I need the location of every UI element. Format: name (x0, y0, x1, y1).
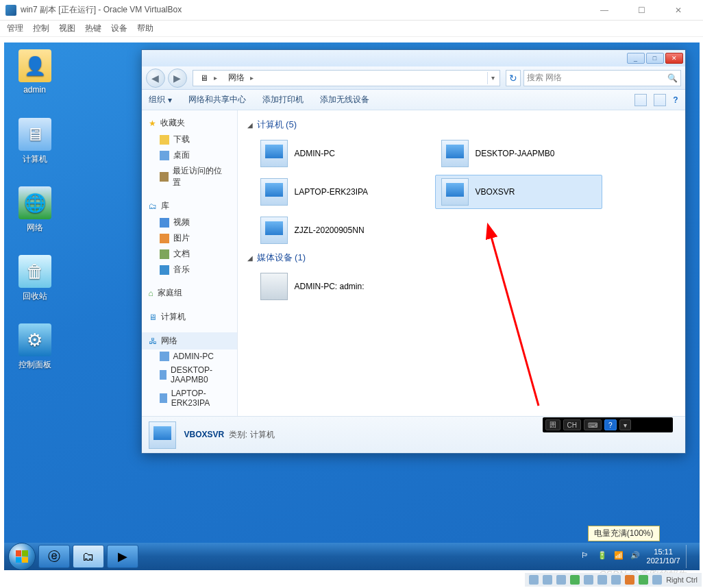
tray-battery-icon[interactable]: 🔋 (597, 551, 608, 562)
sidebar-desktop[interactable]: 桌面 (142, 147, 237, 163)
vbox-menubar: 管理 控制 视图 热键 设备 帮助 (0, 21, 703, 37)
breadcrumb-root-icon[interactable]: 🖥▸ (196, 73, 224, 83)
desktop-icon-recycle[interactable]: 🗑 回收站 (10, 255, 60, 302)
taskbar: ⓔ 🗂 ▶ 🏳 🔋 📶 🔊 15:11 2021/10/7 (4, 543, 700, 570)
vb-display-icon[interactable] (611, 575, 621, 585)
tray-network-icon[interactable]: 📶 (614, 551, 625, 562)
computer-item-zjzl[interactable]: ZJZL-20200905NN (254, 213, 421, 247)
vb-host-key: Right Ctrl (666, 576, 698, 584)
taskbar-explorer[interactable]: 🗂 (73, 545, 104, 568)
search-input[interactable]: 搜索 网络 🔍 (523, 70, 681, 86)
group-computers-header[interactable]: ◢计算机 (5) (245, 114, 678, 136)
sidebar-recent[interactable]: 最近访问的位置 (142, 163, 237, 191)
sidebar-net-item[interactable]: LAPTOP-ERK23IPA (142, 387, 237, 410)
computer-item-vboxsvr[interactable]: VBOXSVR (435, 175, 602, 209)
sidebar-net-item[interactable]: ADMIN-PC (142, 350, 237, 363)
desktop-icon-label: 网络 (10, 222, 60, 234)
taskbar-ie[interactable]: ⓔ (38, 545, 70, 568)
toolbar-organize[interactable]: 组织 ▾ (149, 94, 172, 106)
vb-shared-folder-icon[interactable] (597, 575, 607, 585)
computer-item-admin-pc[interactable]: ADMIN-PC (254, 136, 421, 171)
ime-options-icon[interactable]: ▾ (619, 419, 631, 430)
media-device-item[interactable]: ADMIN-PC: admin: (254, 269, 421, 304)
vb-optical-icon[interactable] (543, 575, 552, 585)
system-tray: 🏳 🔋 📶 🔊 15:11 2021/10/7 (581, 545, 695, 568)
breadcrumb-segment[interactable]: 网络▸ (224, 72, 260, 84)
tray-flag-icon[interactable]: 🏳 (581, 551, 592, 562)
refresh-button[interactable]: ↻ (506, 70, 521, 86)
tray-clock[interactable]: 15:11 2021/10/7 (647, 548, 680, 565)
menu-control[interactable]: 控制 (33, 23, 49, 34)
sidebar-favorites[interactable]: ★收藏夹 (142, 114, 237, 132)
sidebar-network[interactable]: 🖧网络 (142, 332, 237, 350)
battery-tooltip: 电量充满(100%) (588, 526, 660, 541)
sidebar-pictures[interactable]: 图片 (142, 230, 237, 246)
desktop-icon-admin[interactable]: 👤 admin (10, 49, 60, 95)
vbox-title: win7 副本 [正在运行] - Oracle VM VirtualBox (21, 4, 182, 16)
view-options-button[interactable] (634, 94, 647, 106)
sidebar-net-item[interactable]: DESKTOP-JAAPMB0 (142, 363, 237, 387)
tray-volume-icon[interactable]: 🔊 (630, 551, 641, 562)
breadcrumb[interactable]: 🖥▸ 网络▸ ▾ (193, 70, 500, 86)
vb-recording-icon[interactable] (625, 575, 634, 585)
window-close-button[interactable]: ✕ (665, 53, 683, 64)
ime-language-bar[interactable]: 囲 CH ⌨ ? ▾ (543, 417, 673, 432)
sidebar-music[interactable]: 音乐 (142, 262, 237, 278)
desktop-icon-control-panel[interactable]: ⚙ 控制面板 (10, 323, 60, 371)
status-computer-icon (149, 421, 176, 449)
explorer-titlebar[interactable]: _ □ ✕ (142, 50, 685, 66)
menu-manage[interactable]: 管理 (7, 23, 23, 34)
computer-icon: 🖥 (18, 118, 51, 151)
vbox-titlebar: win7 副本 [正在运行] - Oracle VM VirtualBox — … (0, 0, 703, 21)
sidebar-library[interactable]: 🗂库 (142, 197, 237, 215)
guest-desktop: 👤 admin 🖥 计算机 🌐 网络 🗑 回收站 ⚙ 控制面板 _ □ ✕ ◀ … (4, 42, 700, 570)
sidebar-computer[interactable]: 🖥计算机 (142, 308, 237, 326)
host-maximize-button[interactable]: ☐ (629, 5, 654, 15)
toolbar-add-printer[interactable]: 添加打印机 (262, 94, 304, 106)
desktop-icon-label: admin (10, 85, 60, 95)
sidebar-homegroup[interactable]: ⌂家庭组 (142, 284, 237, 302)
control-panel-icon: ⚙ (18, 323, 51, 356)
ime-lang[interactable]: CH (563, 419, 581, 430)
ime-mode-icon[interactable]: 囲 (545, 419, 560, 430)
computer-icon (260, 217, 288, 244)
vb-network-icon[interactable] (570, 575, 580, 585)
group-media-header[interactable]: ◢媒体设备 (1) (245, 247, 678, 269)
desktop-icon-network[interactable]: 🌐 网络 (10, 186, 60, 234)
show-desktop-button[interactable] (686, 545, 691, 568)
vb-hdd-icon[interactable] (529, 575, 539, 585)
vb-mouse-icon[interactable] (652, 575, 662, 585)
explorer-sidebar: ★收藏夹 下载 桌面 最近访问的位置 🗂库 视频 图片 文档 音乐 ⌂家庭组 🖥… (142, 110, 238, 416)
toolbar-network-center[interactable]: 网络和共享中心 (188, 94, 246, 106)
sidebar-video[interactable]: 视频 (142, 215, 237, 230)
nav-back-button[interactable]: ◀ (146, 69, 165, 88)
sidebar-docs[interactable]: 文档 (142, 246, 237, 262)
computer-item-desktop-jaapmb0[interactable]: DESKTOP-JAAPMB0 (435, 136, 602, 171)
menu-view[interactable]: 视图 (59, 23, 75, 34)
vbox-app-icon (5, 5, 16, 16)
vb-usb-icon[interactable] (584, 575, 593, 585)
ime-keyboard-icon[interactable]: ⌨ (584, 419, 602, 430)
host-minimize-button[interactable]: — (592, 5, 617, 15)
menu-help[interactable]: 帮助 (137, 23, 153, 34)
computer-item-laptop-erk23ipa[interactable]: LAPTOP-ERK23IPA (254, 175, 421, 209)
window-minimize-button[interactable]: _ (627, 53, 645, 64)
start-button[interactable] (8, 543, 36, 570)
menu-hotkeys[interactable]: 热键 (85, 23, 101, 34)
taskbar-mediaplayer[interactable]: ▶ (107, 545, 138, 568)
breadcrumb-dropdown[interactable]: ▾ (487, 72, 498, 84)
vb-cpu-icon[interactable] (639, 575, 648, 585)
vb-audio-icon[interactable] (556, 575, 566, 585)
nav-forward-button[interactable]: ▶ (168, 69, 187, 88)
toolbar-add-wireless[interactable]: 添加无线设备 (320, 94, 369, 106)
ime-help-icon[interactable]: ? (604, 419, 617, 430)
preview-pane-button[interactable] (654, 94, 666, 106)
host-close-button[interactable]: ✕ (666, 5, 691, 15)
vbox-statusbar: Right Ctrl (525, 573, 702, 587)
sidebar-downloads[interactable]: 下载 (142, 132, 237, 147)
menu-devices[interactable]: 设备 (111, 23, 127, 34)
desktop-icon-computer[interactable]: 🖥 计算机 (10, 118, 60, 165)
explorer-navbar: ◀ ▶ 🖥▸ 网络▸ ▾ ↻ 搜索 网络 🔍 (142, 66, 685, 90)
help-button[interactable]: ? (673, 95, 678, 105)
window-maximize-button[interactable]: □ (646, 53, 664, 64)
